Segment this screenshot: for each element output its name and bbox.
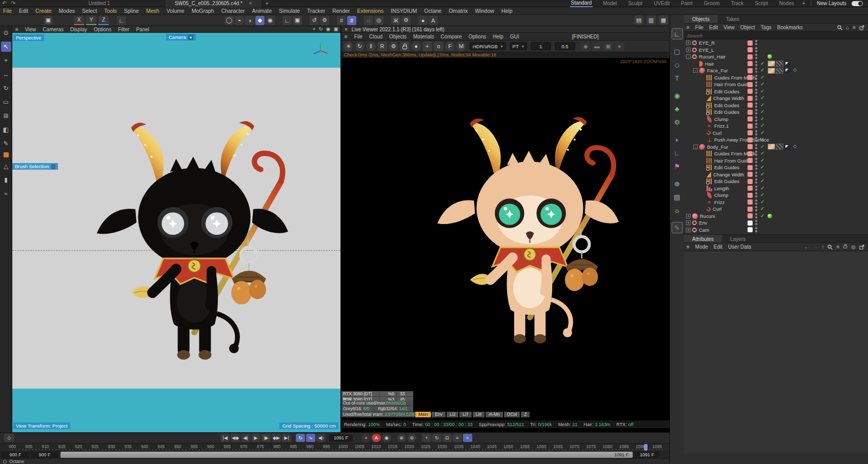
axis-tool-icon[interactable]: ⊞	[1, 111, 11, 121]
object-name[interactable]: Change Width	[713, 172, 744, 177]
object-name[interactable]: Frizz.1	[714, 123, 729, 129]
layer-color-chip[interactable]	[748, 151, 753, 156]
mode-point-icon[interactable]: ◉	[266, 16, 275, 25]
symmetry-icon[interactable]: Ж	[391, 16, 400, 25]
enabled-check-icon[interactable]	[760, 199, 764, 205]
axis-y-button[interactable]: Y	[86, 16, 96, 25]
tree-row[interactable]: Change Width ◇	[684, 171, 868, 178]
expand-toggle[interactable]: -	[686, 54, 691, 59]
scale-tool-icon[interactable]: ↔	[1, 69, 11, 79]
visibility-dots[interactable]	[755, 40, 757, 45]
tree-row[interactable]: Hair From Guides ◇	[684, 81, 868, 88]
square-primitive-icon[interactable]: ▢	[672, 46, 683, 57]
camera-menu-icon[interactable]: ▾	[188, 35, 193, 40]
live-viewer-menu-item[interactable]: Compare	[441, 34, 462, 39]
menu-item[interactable]: INSYDIUM	[391, 8, 417, 14]
grid-off-icon[interactable]: #	[337, 16, 346, 25]
workspace-tab[interactable]: Standard	[570, 0, 593, 7]
tree-row[interactable]: Guides From Mesh ◇	[684, 150, 868, 157]
tree-row[interactable]: Hair ◇	[684, 60, 868, 68]
back-arrow-icon[interactable]: ←	[804, 244, 809, 250]
camera-icon[interactable]: ▣	[603, 42, 613, 51]
texture-thumb-hatched[interactable]	[776, 60, 783, 67]
visibility-dots[interactable]	[755, 61, 757, 66]
tree-row[interactable]: Curl ◇	[684, 206, 868, 213]
enabled-check-icon[interactable]	[760, 171, 764, 177]
up-arrow-icon[interactable]: ↑	[821, 244, 824, 250]
axis-null-icon[interactable]: ∟	[672, 147, 683, 158]
visibility-dots[interactable]	[755, 54, 757, 59]
texture-thumb-hatched[interactable]	[776, 68, 783, 74]
range-end-field[interactable]: 900 F	[31, 452, 58, 458]
enabled-check-icon[interactable]	[760, 102, 764, 108]
menu-item[interactable]: Window	[475, 8, 494, 14]
material-picker-icon[interactable]: M	[456, 42, 466, 51]
panel-tab[interactable]: Objects	[684, 15, 718, 23]
disc-dim-icon[interactable]: ◌	[364, 16, 373, 25]
viewport-menu-item[interactable]: View	[25, 27, 36, 32]
layer-color-chip[interactable]	[748, 158, 753, 163]
zoom-view-icon[interactable]: ◉	[326, 26, 331, 32]
character-model-viewport[interactable]	[66, 102, 322, 402]
frame-tool-icon[interactable]: ▭	[1, 97, 11, 107]
material-tag-icon[interactable]	[784, 68, 790, 73]
tree-row[interactable]: - Rucuni_Hair ◇	[684, 53, 868, 60]
generator-gear-icon[interactable]: ⚙	[672, 116, 683, 128]
text-tool-icon[interactable]: T	[672, 72, 683, 84]
menu-item[interactable]: Tracker	[307, 8, 325, 14]
object-name[interactable]: EYE_R	[699, 40, 715, 46]
object-name[interactable]: Rucuni_Hair	[699, 54, 725, 59]
enabled-check-icon[interactable]	[760, 206, 764, 211]
samples-field[interactable]: 1	[531, 42, 551, 50]
tree-row[interactable]: Edit Guides ◇	[684, 164, 868, 171]
add-workspace-icon[interactable]: +	[802, 1, 805, 6]
object-menu-item[interactable]: File	[695, 25, 703, 30]
panel-tab[interactable]: Layers	[722, 235, 754, 243]
mode-model-icon[interactable]: ◯	[225, 16, 234, 25]
move-tool-icon[interactable]: +	[1, 55, 11, 66]
object-name[interactable]: Face_Fur	[707, 68, 728, 73]
tree-row[interactable]: Edit Guides ◇	[684, 102, 868, 109]
layer-color-chip[interactable]	[748, 137, 753, 143]
axis-letter-icon[interactable]: A	[429, 16, 438, 25]
live-viewer-menu-item[interactable]: Options	[469, 34, 486, 39]
render-pass-button[interactable]: OCol	[504, 412, 520, 417]
attribute-menu-item[interactable]: Edit	[714, 244, 722, 250]
menu-item[interactable]: Select	[82, 8, 97, 14]
pencil-circle-icon[interactable]: ✎	[672, 222, 683, 233]
target-icon[interactable]: ◎	[851, 244, 856, 250]
viewport-menu-item[interactable]: Display	[70, 27, 87, 32]
record-scale-button[interactable]: +	[422, 434, 431, 442]
menu-item[interactable]: Octane	[424, 8, 441, 14]
workplane-mode-icon[interactable]: ∟	[117, 16, 126, 25]
kernel-settings-icon[interactable]: ⚙	[389, 42, 398, 51]
cube-primitive-icon[interactable]: ◇	[672, 59, 683, 70]
enabled-check-icon[interactable]	[760, 213, 764, 218]
tree-row[interactable]: ⊥ Push Away From Surface ◇	[684, 136, 868, 144]
tree-row[interactable]: - Face_Fur ◇	[684, 67, 868, 74]
expand-toggle[interactable]: +	[686, 228, 691, 232]
visibility-dots[interactable]	[755, 116, 757, 122]
mesh-icon[interactable]: ◆	[581, 42, 591, 51]
tool-hint-close-icon[interactable]: ·	[51, 164, 56, 169]
menu-item[interactable]: Mesh	[146, 8, 159, 14]
deformer-icon[interactable]: ◗	[672, 134, 683, 145]
object-name[interactable]: Edit Guides	[714, 109, 739, 115]
menu-item[interactable]: Help	[501, 8, 513, 14]
expand-toggle[interactable]: -	[693, 68, 698, 73]
tree-row[interactable]: Edit Guides ◇	[684, 178, 868, 185]
timeline-ruler[interactable]: 9009059109159209259309359409459509559609…	[0, 443, 670, 451]
object-name[interactable]: Hair From Guides	[714, 158, 753, 164]
orbit-view-icon[interactable]: ↻	[318, 26, 322, 32]
playback-button[interactable]: ▶|	[282, 434, 291, 442]
render-pass-button[interactable]: Li8	[473, 412, 485, 417]
viewport-menu-item[interactable]: Filter	[118, 27, 129, 32]
live-viewer-menu-item[interactable]: Objects	[389, 34, 407, 39]
live-viewer-menu-item[interactable]: File	[354, 34, 362, 39]
live-viewer-menu-item[interactable]: GUI	[510, 34, 519, 39]
hamburger-icon[interactable]: ≡	[345, 34, 348, 39]
enabled-check-icon[interactable]	[760, 123, 764, 128]
layout-split-icon[interactable]: ▥	[647, 15, 656, 25]
menu-item[interactable]: MoGraph	[192, 8, 214, 14]
enabled-check-icon[interactable]	[760, 81, 764, 87]
